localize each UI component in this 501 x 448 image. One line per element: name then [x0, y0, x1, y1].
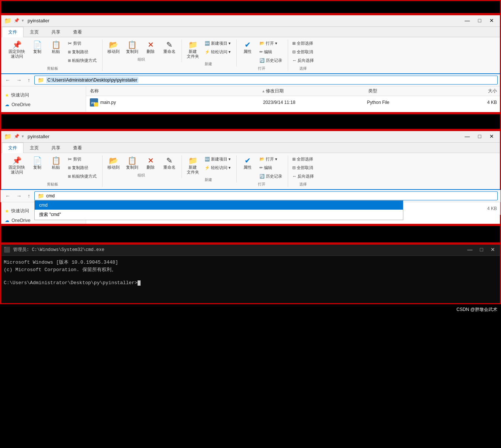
autocomplete-item-cmd[interactable]: cmd: [35, 201, 403, 210]
invert-selection-button-2[interactable]: ↔ 反向选择: [290, 172, 316, 180]
history-button-1[interactable]: 🔄 历史记录: [258, 57, 284, 64]
edit-button-1[interactable]: ✏ 编辑: [258, 48, 284, 56]
back-button-1[interactable]: ←: [3, 76, 12, 84]
history-button-2[interactable]: 🔄 历史记录: [258, 172, 284, 180]
tab-share-1[interactable]: 共享: [45, 27, 67, 37]
select-none-button-1[interactable]: ⊟ 全部取消: [290, 48, 316, 56]
new-label-1: 新建: [184, 61, 233, 67]
minimize-btn-2[interactable]: —: [462, 133, 473, 140]
invert-selection-button-1[interactable]: ↔ 反向选择: [290, 57, 316, 64]
cmd-close-btn[interactable]: ✕: [488, 246, 497, 253]
title-pin-icon: 📌: [14, 18, 19, 23]
cmd-maximize-btn[interactable]: □: [478, 246, 485, 253]
new-group-1: 📁 新建文件夹 🆕 新建项目 ▾ ⚡ 轻松访问 ▾ 新建: [182, 39, 237, 67]
new-folder-button-2[interactable]: 📁 新建文件夹: [184, 155, 201, 176]
back-button-2[interactable]: ←: [3, 192, 12, 200]
cmd-prompt-text: C:\Users\Administrator\Desktop\py\pyinst…: [4, 280, 138, 286]
tab-view-1[interactable]: 查看: [67, 27, 88, 37]
select-none-button-2[interactable]: ⊟ 全部取消: [290, 164, 316, 172]
sidebar-item-onedrive-1[interactable]: ☁ OneDrive: [0, 100, 86, 109]
paste-shortcut-button-1[interactable]: ⊞ 粘贴快捷方式: [66, 57, 98, 64]
address-box-1[interactable]: 📁 C:\Users\Administrator\Desktop\py\pyin…: [34, 76, 498, 85]
close-btn-1[interactable]: ✕: [486, 17, 497, 24]
rename-icon-2: ✎: [166, 157, 173, 164]
explorer-window-1: 📁 📌 ▾ pyinstaller — □ ✕ 文件 主页 共享 查看 📌 固定…: [0, 14, 501, 113]
tab-file-2[interactable]: 文件: [2, 143, 23, 153]
copy-to-button-2[interactable]: 📋 复制到: [123, 155, 141, 171]
cloud-icon-1: ☁: [5, 102, 9, 107]
cmd-wrapper: ⬛ 管理员: C:\Windows\System32\cmd.exe — □ ✕…: [0, 244, 501, 304]
up-button-2[interactable]: ↑: [26, 192, 32, 200]
copy-path-button-1[interactable]: ⊞ 复制路径: [66, 48, 98, 56]
address-input-container-2: 📁 cmd 搜索 "cmd": [34, 191, 498, 200]
pin-label-1: 固定到快速访问: [9, 49, 25, 58]
paste-shortcut-button-2[interactable]: ⊞ 粘贴快捷方式: [66, 172, 98, 180]
edit-button-2[interactable]: ✏ 编辑: [258, 164, 284, 172]
new-folder-label-2: 新建文件夹: [187, 165, 199, 174]
forward-button-1[interactable]: →: [15, 76, 23, 84]
cmd-title-left: ⬛ 管理员: C:\Windows\System32\cmd.exe: [4, 247, 104, 253]
up-button-1[interactable]: ↑: [26, 76, 32, 84]
cmd-cursor: [138, 280, 141, 286]
properties-button-1[interactable]: ✔ 属性: [239, 39, 256, 55]
copy-path-button-2[interactable]: ⊞ 复制路径: [66, 164, 98, 172]
open-button-1[interactable]: 📂 打开 ▾: [258, 39, 284, 47]
new-folder-label-1: 新建文件夹: [187, 49, 199, 58]
tab-home-2[interactable]: 主页: [23, 143, 45, 153]
address-box-2[interactable]: 📁: [34, 191, 498, 200]
cmd-prompt-line: C:\Users\Administrator\Desktop\py\pyinst…: [4, 280, 497, 286]
new-item-button-2[interactable]: 🆕 新建项目 ▾: [203, 155, 233, 163]
copy-to-button-1[interactable]: 📋 复制到: [123, 39, 141, 55]
autocomplete-item-search-cmd[interactable]: 搜索 "cmd": [35, 210, 403, 220]
delete-button-2[interactable]: ✕ 删除: [142, 155, 159, 171]
rename-button-1[interactable]: ✎ 重命名: [161, 39, 178, 55]
select-all-button-2[interactable]: ⊞ 全部选择: [290, 155, 316, 163]
file-icon-cell-1: py main.py: [90, 98, 263, 107]
tab-view-2[interactable]: 查看: [67, 143, 88, 153]
organize-label-2: 组织: [105, 173, 178, 178]
file-row-mainpy-1[interactable]: py main.py 2023/9/14 11:18 Python File 4…: [86, 96, 501, 109]
sidebar-item-quickaccess-1[interactable]: ★ 快速访问: [0, 90, 86, 100]
easy-access-button-2[interactable]: ⚡ 轻松访问 ▾: [203, 164, 233, 172]
maximize-btn-2[interactable]: □: [475, 133, 484, 140]
copy-label-1: 复制: [33, 49, 41, 54]
close-btn-2[interactable]: ✕: [486, 133, 497, 140]
rename-button-2[interactable]: ✎ 重命名: [161, 155, 178, 171]
paste-label-2: 粘贴: [52, 165, 60, 170]
paste-button-2[interactable]: 📋 粘贴: [47, 155, 64, 171]
address-folder-icon-1: 📁: [38, 77, 44, 83]
clipboard-small-btns-2: ✂ 剪切 ⊞ 复制路径 ⊞ 粘贴快捷方式: [66, 155, 98, 180]
sort-indicator-1: ▲: [261, 89, 266, 93]
open-button-2[interactable]: 📂 打开 ▾: [258, 155, 284, 163]
properties-button-2[interactable]: ✔ 属性: [239, 155, 256, 171]
pin-button-2[interactable]: 📌 固定到快速访问: [6, 155, 27, 176]
ribbon-tabs-1: 文件 主页 共享 查看: [0, 27, 501, 37]
new-group-2: 📁 新建文件夹 🆕 新建项目 ▾ ⚡ 轻松访问 ▾ 新建: [182, 155, 237, 182]
file-size-2: 4 KB: [454, 206, 497, 211]
cmd-minimize-btn[interactable]: —: [465, 246, 475, 253]
cut-button-1[interactable]: ✂ 剪切: [66, 39, 98, 47]
pin-button-1[interactable]: 📌 固定到快速访问: [6, 39, 27, 60]
address-input-2[interactable]: [46, 193, 494, 198]
select-all-button-1[interactable]: ⊞ 全部选择: [290, 39, 316, 47]
window1-title: pyinstaller: [28, 18, 50, 23]
paste-icon-2: 📋: [51, 157, 61, 164]
tab-file-1[interactable]: 文件: [2, 27, 23, 37]
forward-button-2[interactable]: →: [15, 192, 23, 200]
cut-button-2[interactable]: ✂ 剪切: [66, 155, 98, 163]
new-folder-button-1[interactable]: 📁 新建文件夹: [184, 39, 201, 60]
move-to-button-1[interactable]: 📂 移动到: [105, 39, 122, 55]
copy-button-2[interactable]: 📄 复制: [29, 155, 46, 171]
paste-button-1[interactable]: 📋 粘贴: [47, 39, 64, 55]
easy-access-button-1[interactable]: ⚡ 轻松访问 ▾: [203, 48, 233, 56]
new-item-button-1[interactable]: 🆕 新建项目 ▾: [203, 39, 233, 47]
copy-button-1[interactable]: 📄 复制: [29, 39, 46, 55]
sidebar-onedrive-label-2: OneDrive: [12, 218, 31, 223]
move-to-button-2[interactable]: 📂 移动到: [105, 155, 122, 171]
new-folder-icon-2: 📁: [188, 157, 198, 164]
maximize-btn-1[interactable]: □: [475, 17, 484, 24]
delete-button-1[interactable]: ✕ 删除: [142, 39, 159, 55]
minimize-btn-1[interactable]: —: [462, 17, 473, 24]
tab-share-2[interactable]: 共享: [45, 143, 67, 153]
tab-home-1[interactable]: 主页: [23, 27, 45, 37]
